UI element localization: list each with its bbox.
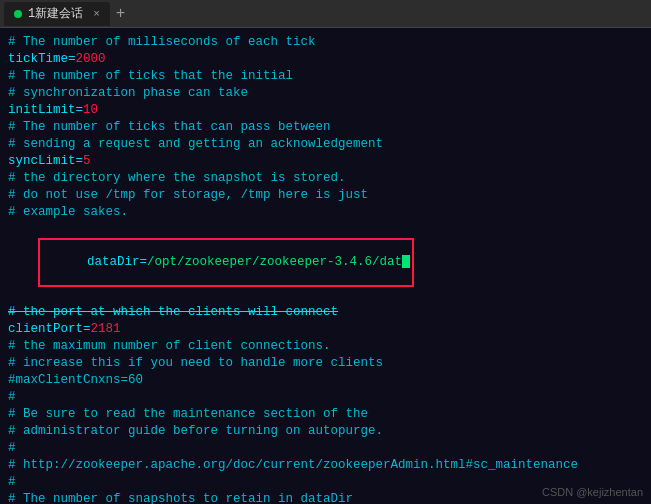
code-line-3: # The number of ticks that the initial	[8, 68, 643, 85]
code-line-1: # The number of milliseconds of each tic…	[8, 34, 643, 51]
code-line-2: tickTime=2000	[8, 51, 643, 68]
code-line-17: #maxClientCnxns=60	[8, 372, 643, 389]
code-line-20: # administrator guide before turning on …	[8, 423, 643, 440]
code-line-21: #	[8, 440, 643, 457]
tab-dot	[14, 10, 22, 18]
editor-area: # The number of milliseconds of each tic…	[0, 28, 651, 504]
tab-session[interactable]: 1新建会话 ×	[4, 2, 110, 26]
code-line-6: # The number of ticks that can pass betw…	[8, 119, 643, 136]
code-line-11: # example sakes.	[8, 204, 643, 221]
tab-add-icon[interactable]: +	[116, 6, 126, 22]
code-line-19: # Be sure to read the maintenance sectio…	[8, 406, 643, 423]
code-line-8: syncLimit=5	[8, 153, 643, 170]
code-line-highlighted: dataDir=/opt/zookeeper/zookeeper-3.4.6/d…	[8, 221, 643, 304]
code-line-5: initLimit=10	[8, 102, 643, 119]
tab-close-icon[interactable]: ×	[93, 8, 100, 20]
code-line-15: # the maximum number of client connectio…	[8, 338, 643, 355]
code-line-13: # the port at which the clients will con…	[8, 304, 643, 321]
code-line-9: # the directory where the snapshot is st…	[8, 170, 643, 187]
tab-label: 1新建会话	[28, 5, 83, 22]
code-line-18: #	[8, 389, 643, 406]
code-line-22: # http://zookeeper.apache.org/doc/curren…	[8, 457, 643, 474]
tab-bar: 1新建会话 × +	[0, 0, 651, 28]
watermark: CSDN @kejizhentan	[542, 486, 643, 498]
code-line-4: # synchronization phase can take	[8, 85, 643, 102]
code-line-10: # do not use /tmp for storage, /tmp here…	[8, 187, 643, 204]
code-line-16: # increase this if you need to handle mo…	[8, 355, 643, 372]
code-line-14: clientPort=2181	[8, 321, 643, 338]
code-line-7: # sending a request and getting an ackno…	[8, 136, 643, 153]
